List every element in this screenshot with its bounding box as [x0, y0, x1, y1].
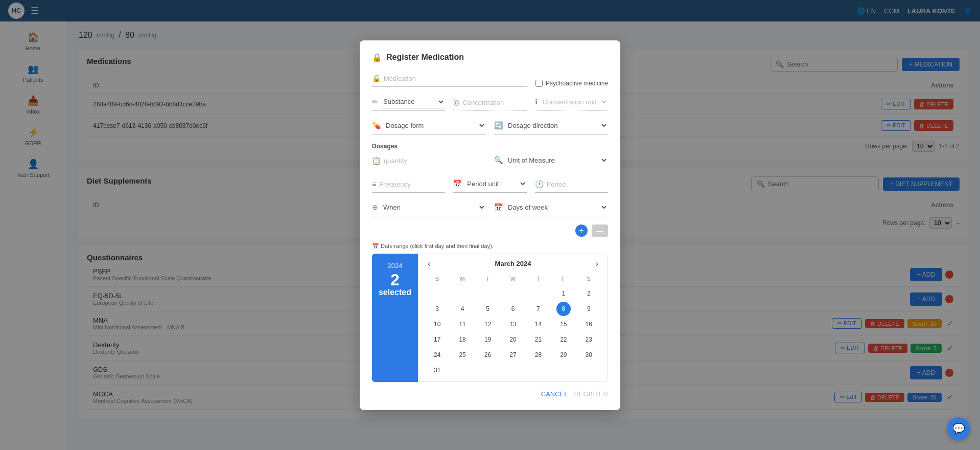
- cal-day-27[interactable]: 27: [506, 348, 520, 362]
- cal-days: 1234567891011121314151617181920212223242…: [418, 284, 608, 381]
- cal-day-15[interactable]: 15: [556, 317, 571, 331]
- period-input[interactable]: [547, 178, 608, 190]
- when-icon: ⊕: [372, 203, 378, 211]
- form-row-medication: 🔒 Psychoactive medicine: [372, 73, 608, 87]
- calendar-header: ‹ March 2024 ›: [418, 254, 608, 274]
- cal-day-28[interactable]: 28: [531, 348, 545, 362]
- cal-day-26[interactable]: 26: [481, 348, 495, 362]
- unit-measure-field: 🔍 Unit of Measure: [494, 154, 608, 169]
- form-row-when: ⊕ When 📅 Days of week: [372, 201, 608, 216]
- cal-day-20[interactable]: 20: [506, 332, 520, 347]
- cancel-button[interactable]: CANCEL: [541, 390, 568, 398]
- period-wrapper: 🕐: [535, 178, 608, 193]
- cal-day-29[interactable]: 29: [556, 348, 571, 362]
- cal-day-empty: [531, 363, 545, 377]
- period-unit-field: 📅 Period unit: [453, 177, 526, 193]
- cal-day-empty: [481, 286, 495, 301]
- psychoactive-label: Psychoactive medicine: [546, 80, 608, 87]
- cal-day-22[interactable]: 22: [556, 332, 571, 347]
- concentration-input[interactable]: [462, 97, 526, 108]
- concentration-input-wrapper: ◎: [453, 97, 526, 111]
- cal-day-19[interactable]: 19: [481, 332, 495, 347]
- dosage-form-select[interactable]: Dosage form: [384, 119, 486, 132]
- cal-day-12[interactable]: 12: [481, 317, 495, 331]
- form-row-frequency: ≡ 📅 Period unit 🕐: [372, 177, 608, 193]
- medication-field: 🔒: [372, 73, 527, 87]
- psychoactive-checkbox[interactable]: [535, 80, 543, 87]
- clock-icon: 🕐: [535, 180, 544, 188]
- form-row-dose: 📋 🔍 Unit of Measure: [372, 154, 608, 169]
- dose-input-wrapper: 📋: [372, 155, 486, 169]
- cal-day-25[interactable]: 25: [455, 348, 470, 362]
- direction-icon: 🔄: [494, 121, 503, 129]
- cal-day-5[interactable]: 5: [481, 302, 495, 316]
- substance-input-wrapper: ✏ Substance: [372, 95, 445, 111]
- unit-icon: 🔍: [494, 156, 503, 164]
- cal-day-6[interactable]: 6: [506, 302, 520, 316]
- cal-day-1[interactable]: 1: [556, 286, 571, 301]
- cal-day-empty: [455, 286, 470, 301]
- day-header-t2: T: [526, 276, 551, 282]
- unit-measure-select[interactable]: Unit of Measure: [506, 154, 608, 167]
- concentration-unit-field: ℹ Concentration unit: [535, 96, 608, 111]
- cal-day-empty: [581, 363, 596, 377]
- frequency-input[interactable]: [379, 178, 445, 190]
- chat-bubble[interactable]: 💬: [947, 417, 970, 440]
- dose-input[interactable]: [384, 155, 486, 167]
- day-header-t1: T: [475, 276, 500, 282]
- concentration-icon: ◎: [453, 98, 459, 106]
- cal-day-21[interactable]: 21: [531, 332, 545, 347]
- cal-day-13[interactable]: 13: [506, 317, 520, 331]
- when-field: ⊕ When: [372, 201, 486, 216]
- dosage-direction-field: 🔄 Dosage direction: [494, 119, 608, 134]
- cal-day-empty: [506, 286, 520, 301]
- period-unit-select[interactable]: Period unit: [465, 177, 526, 190]
- info-icon: ℹ: [535, 98, 538, 106]
- cal-next-button[interactable]: ›: [593, 258, 601, 269]
- cal-day-2[interactable]: 2: [581, 286, 596, 301]
- modal-overlay[interactable]: 🔒 Register Medication 🔒 Psychoactive med…: [0, 0, 980, 450]
- register-button[interactable]: REGISTER: [574, 390, 608, 398]
- cal-day-23[interactable]: 23: [581, 332, 596, 347]
- cal-day-8[interactable]: 8: [556, 302, 571, 316]
- calendar-container: 2024 2 selected ‹ March 2024 › S M T W T…: [372, 254, 608, 382]
- cal-day-16[interactable]: 16: [581, 317, 596, 331]
- cal-day-14[interactable]: 14: [531, 317, 545, 331]
- cal-day-3[interactable]: 3: [430, 302, 445, 316]
- form-row-dosage: 💊 Dosage form 🔄 Dosage direction: [372, 119, 608, 134]
- cal-day-24[interactable]: 24: [430, 348, 445, 362]
- cal-day-10[interactable]: 10: [430, 317, 445, 331]
- cal-day-11[interactable]: 11: [455, 317, 470, 331]
- cal-day-empty: [556, 363, 571, 377]
- selected-count: 2: [390, 272, 400, 288]
- cal-day-empty: [481, 363, 495, 377]
- calendar-month-title: March 2024: [495, 260, 531, 267]
- cal-day-18[interactable]: 18: [455, 332, 470, 347]
- substance-field: ✏ Substance: [372, 95, 445, 111]
- concentration-unit-wrapper: ℹ Concentration unit: [535, 96, 608, 111]
- dosage-direction-select[interactable]: Dosage direction: [506, 119, 608, 132]
- when-select[interactable]: When: [381, 201, 486, 214]
- cal-days-header: S M T W T F S: [418, 274, 608, 284]
- cal-day-7[interactable]: 7: [531, 302, 545, 316]
- year-selected-panel: 2024 2 selected: [372, 254, 418, 382]
- minus-action-button[interactable]: —: [592, 224, 608, 237]
- medication-input[interactable]: [384, 73, 527, 84]
- cal-day-4[interactable]: 4: [455, 302, 470, 316]
- frequency-icon: ≡: [372, 180, 376, 188]
- cal-day-9[interactable]: 9: [581, 302, 596, 316]
- period-unit-icon: 📅: [453, 179, 462, 188]
- frequency-field: ≡: [372, 178, 445, 193]
- period-unit-wrapper: 📅 Period unit: [453, 177, 526, 193]
- dosages-label: Dosages: [372, 143, 608, 150]
- cal-day-empty: [455, 363, 470, 377]
- cal-day-17[interactable]: 17: [430, 332, 445, 347]
- plus-action-button[interactable]: +: [575, 224, 588, 237]
- days-of-week-select[interactable]: Days of week: [506, 201, 608, 214]
- concentration-unit-select[interactable]: Concentration unit: [541, 96, 608, 108]
- cal-day-31[interactable]: 31: [430, 363, 445, 377]
- substance-select[interactable]: Substance: [381, 95, 445, 108]
- cal-prev-button[interactable]: ‹: [425, 258, 433, 269]
- cal-day-30[interactable]: 30: [581, 348, 596, 362]
- period-field: 🕐: [535, 178, 608, 193]
